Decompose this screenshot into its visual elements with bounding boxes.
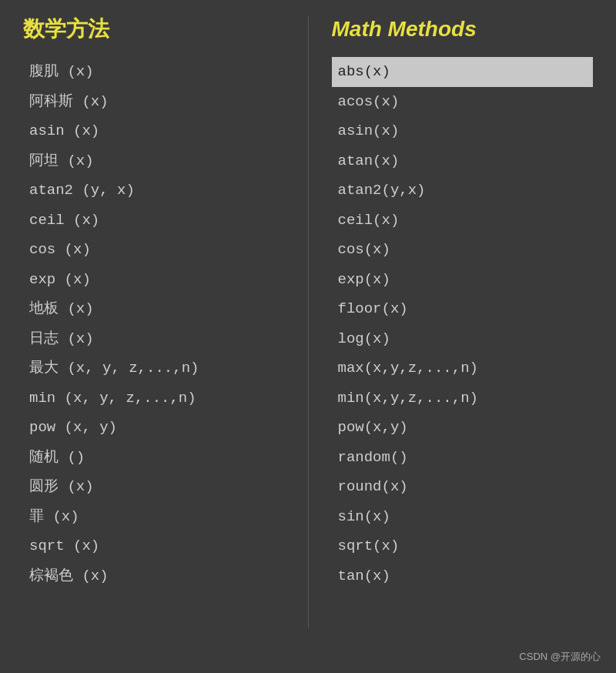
- left-method-item[interactable]: 腹肌 (x): [23, 57, 285, 87]
- left-method-item[interactable]: 棕褐色 (x): [23, 561, 285, 591]
- right-method-item[interactable]: cos(x): [332, 235, 594, 265]
- left-method-item[interactable]: 地板 (x): [23, 294, 285, 324]
- left-method-item[interactable]: atan2 (y, x): [23, 176, 285, 206]
- column-divider: [308, 15, 309, 628]
- left-column-header: 数学方法: [23, 15, 285, 43]
- left-method-list: 腹肌 (x)阿科斯 (x)asin (x)阿坦 (x)atan2 (y, x)c…: [23, 57, 285, 591]
- left-method-item[interactable]: pow (x, y): [23, 413, 285, 443]
- right-column-header: Math Methods: [332, 15, 594, 43]
- right-method-item[interactable]: round(x): [332, 472, 594, 502]
- left-method-item[interactable]: exp (x): [23, 265, 285, 295]
- right-method-item[interactable]: pow(x,y): [332, 413, 594, 443]
- right-method-item[interactable]: ceil(x): [332, 206, 594, 236]
- left-method-item[interactable]: 阿科斯 (x): [23, 87, 285, 117]
- right-method-item[interactable]: atan2(y,x): [332, 176, 594, 206]
- right-method-item[interactable]: abs(x): [332, 57, 594, 87]
- right-column: Math Methods abs(x)acos(x)asin(x)atan(x)…: [316, 15, 594, 628]
- footer: CSDN @开源的心: [0, 644, 616, 673]
- left-method-item[interactable]: 阿坦 (x): [23, 146, 285, 176]
- right-method-item[interactable]: acos(x): [332, 87, 594, 117]
- left-method-item[interactable]: 日志 (x): [23, 324, 285, 354]
- right-method-item[interactable]: random(): [332, 443, 594, 473]
- left-method-item[interactable]: 随机 (): [23, 443, 285, 473]
- left-method-item[interactable]: 最大 (x, y, z,...,n): [23, 353, 285, 383]
- right-method-item[interactable]: sin(x): [332, 502, 594, 532]
- left-method-item[interactable]: ceil (x): [23, 206, 285, 236]
- left-method-item[interactable]: cos (x): [23, 235, 285, 265]
- right-method-item[interactable]: min(x,y,z,...,n): [332, 383, 594, 414]
- right-method-item[interactable]: tan(x): [332, 561, 594, 591]
- left-method-item[interactable]: 罪 (x): [23, 502, 285, 532]
- left-method-item[interactable]: sqrt (x): [23, 531, 285, 561]
- footer-text: CSDN @开源的心: [519, 651, 601, 662]
- right-method-item[interactable]: exp(x): [332, 265, 594, 295]
- right-method-item[interactable]: sqrt(x): [332, 531, 594, 561]
- right-method-item[interactable]: floor(x): [332, 294, 594, 324]
- right-method-item[interactable]: log(x): [332, 324, 594, 354]
- right-method-item[interactable]: atan(x): [332, 146, 594, 176]
- right-method-item[interactable]: max(x,y,z,...,n): [332, 353, 594, 383]
- right-method-item[interactable]: asin(x): [332, 116, 594, 146]
- left-method-item[interactable]: asin (x): [23, 116, 285, 146]
- left-method-item[interactable]: min (x, y, z,...,n): [23, 383, 285, 414]
- left-column: 数学方法 腹肌 (x)阿科斯 (x)asin (x)阿坦 (x)atan2 (y…: [23, 15, 300, 628]
- left-method-item[interactable]: 圆形 (x): [23, 472, 285, 502]
- right-method-list: abs(x)acos(x)asin(x)atan(x)atan2(y,x)cei…: [332, 57, 594, 591]
